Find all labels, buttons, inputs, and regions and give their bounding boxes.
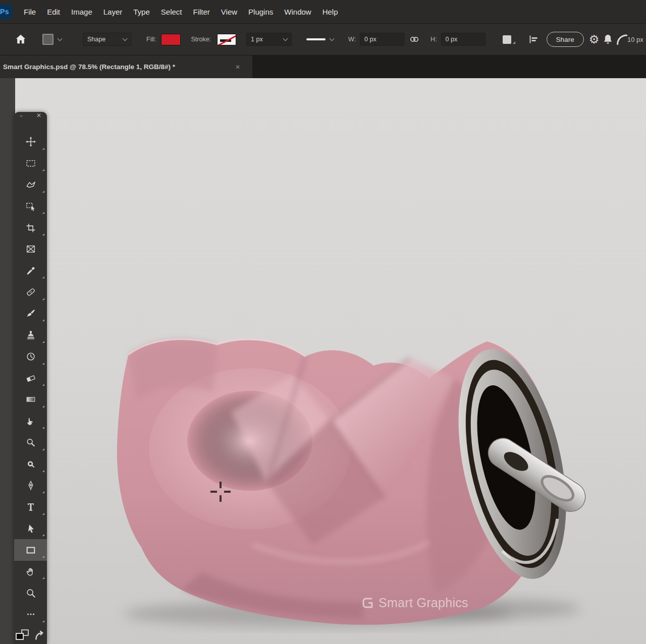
- menu-type[interactable]: Type: [128, 5, 155, 19]
- stroke-style-line-icon: [306, 38, 326, 40]
- link-dimensions-button[interactable]: [408, 33, 420, 45]
- watermark-logo-icon: [361, 596, 374, 610]
- document-tab-bar: Smart Graphics.psd @ 78.5% (Rectangle 1,…: [0, 55, 646, 78]
- tool-history-brush[interactable]: [14, 346, 47, 368]
- fill-color-swatch[interactable]: [161, 34, 181, 45]
- tools-panel-header: » ✕: [14, 112, 47, 119]
- marquee-icon: [25, 158, 36, 169]
- menu-bar: Ps File Edit Image Layer Type Select Fil…: [0, 0, 646, 24]
- shape-width-value: 0 px: [364, 36, 376, 43]
- menu-edit[interactable]: Edit: [41, 5, 66, 19]
- bell-icon: [601, 33, 615, 46]
- width-label: W:: [348, 36, 356, 43]
- tool-mode-dropdown[interactable]: Shape: [83, 33, 131, 46]
- menu-view[interactable]: View: [216, 5, 243, 19]
- tab-close-icon[interactable]: ✕: [233, 62, 242, 73]
- workspace: Smart Graphics » ✕: [0, 78, 646, 644]
- tool-options-bar: Shape Fill: Stroke: 1 px W: 0 px: [0, 24, 646, 55]
- brush-icon: [25, 308, 36, 319]
- tool-lasso[interactable]: [14, 174, 47, 196]
- menu-image[interactable]: Image: [66, 5, 98, 19]
- menu-layer[interactable]: Layer: [98, 5, 128, 19]
- clone-stamp-icon: [25, 330, 36, 341]
- photoshop-logo-text: Ps: [0, 8, 9, 16]
- menu-help[interactable]: Help: [317, 5, 344, 19]
- tool-eyedropper[interactable]: [14, 260, 47, 282]
- align-icon: [527, 33, 540, 45]
- tool-burn[interactable]: [14, 453, 47, 475]
- collapse-panel-icon[interactable]: »: [20, 113, 23, 119]
- settings-button[interactable]: ⚙: [589, 34, 600, 45]
- tool-smudge[interactable]: [14, 411, 47, 432]
- tool-dodge[interactable]: [14, 432, 47, 453]
- menu-filter[interactable]: Filter: [188, 5, 216, 19]
- tool-spot-healing-brush[interactable]: [14, 281, 47, 303]
- tool-frame[interactable]: [14, 239, 47, 260]
- path-alignment-button[interactable]: [527, 33, 540, 45]
- switch-colors-arrow-icon[interactable]: [33, 629, 46, 642]
- flyout-triangle-icon: [513, 41, 515, 44]
- color-controls: [14, 625, 47, 644]
- tool-type[interactable]: [14, 496, 47, 518]
- fill-control: Fill:: [146, 34, 181, 45]
- gradient-icon: [25, 394, 36, 405]
- tool-path-selection[interactable]: [14, 518, 47, 540]
- shape-width-input[interactable]: 0 px: [360, 33, 404, 46]
- gear-icon: ⚙: [589, 34, 600, 45]
- rectangle-preset-icon: [42, 34, 53, 45]
- tool-pen[interactable]: [14, 475, 47, 497]
- tool-hand[interactable]: [14, 561, 47, 582]
- close-panel-icon[interactable]: ✕: [36, 112, 41, 119]
- share-button[interactable]: Share: [547, 32, 584, 47]
- stroke-color-swatch[interactable]: [217, 34, 236, 45]
- chain-link-icon: [408, 33, 420, 45]
- foreground-background-swatches[interactable]: [15, 629, 30, 642]
- tool-clone-stamp[interactable]: [14, 324, 47, 346]
- document-tab[interactable]: Smart Graphics.psd @ 78.5% (Rectangle 1,…: [0, 55, 252, 78]
- menu-select[interactable]: Select: [155, 5, 188, 19]
- document-canvas[interactable]: Smart Graphics: [15, 78, 646, 644]
- magnifier-icon: [25, 588, 36, 599]
- tool-rectangle[interactable]: [14, 539, 47, 561]
- tool-gradient[interactable]: [14, 389, 47, 411]
- crop-icon: [25, 222, 36, 233]
- tool-rectangular-marquee[interactable]: [14, 153, 47, 174]
- menu-window[interactable]: Window: [279, 5, 316, 19]
- eraser-icon: [25, 373, 36, 384]
- stroke-control: Stroke:: [191, 34, 236, 45]
- path-operations-button[interactable]: [503, 35, 511, 44]
- stroke-width-value: 1 px: [251, 36, 263, 43]
- object-selection-icon: [25, 201, 36, 212]
- tool-edit-toolbar[interactable]: [14, 604, 47, 625]
- stroke-width-dropdown[interactable]: 1 px: [246, 33, 292, 46]
- lasso-icon: [25, 179, 36, 190]
- rectangle-icon: [25, 545, 36, 556]
- stroke-style-dropdown[interactable]: [302, 33, 338, 46]
- menu-items: File Edit Image Layer Type Select Filter…: [18, 5, 344, 19]
- healing-brush-icon: [25, 286, 36, 298]
- eyedropper-icon: [25, 265, 36, 276]
- tool-crop[interactable]: [14, 217, 47, 239]
- watermark-text: Smart Graphics: [379, 596, 468, 610]
- home-button[interactable]: [14, 33, 27, 46]
- menu-plugins[interactable]: Plugins: [243, 5, 279, 19]
- clipped-right-value: 10 px: [627, 24, 643, 55]
- tool-zoom[interactable]: [14, 582, 47, 604]
- fill-label: Fill:: [146, 36, 156, 43]
- menu-file[interactable]: File: [18, 5, 41, 19]
- height-label: H:: [430, 36, 437, 43]
- shape-height-input[interactable]: 0 px: [441, 33, 486, 46]
- tool-brush[interactable]: [14, 303, 47, 325]
- tool-eraser[interactable]: [14, 368, 47, 389]
- notifications-button[interactable]: [601, 33, 615, 46]
- chevron-down-icon: [123, 36, 128, 41]
- chevron-down-icon: [58, 36, 63, 41]
- photoshop-logo: Ps: [0, 4, 13, 19]
- pen-icon: [25, 480, 36, 491]
- dock-strip: [0, 78, 15, 644]
- ellipsis-icon: [25, 609, 36, 620]
- tool-preset-dropdown[interactable]: [42, 34, 62, 45]
- tool-move[interactable]: [14, 131, 47, 153]
- tool-object-selection[interactable]: [14, 196, 47, 217]
- chevron-down-icon: [283, 36, 288, 41]
